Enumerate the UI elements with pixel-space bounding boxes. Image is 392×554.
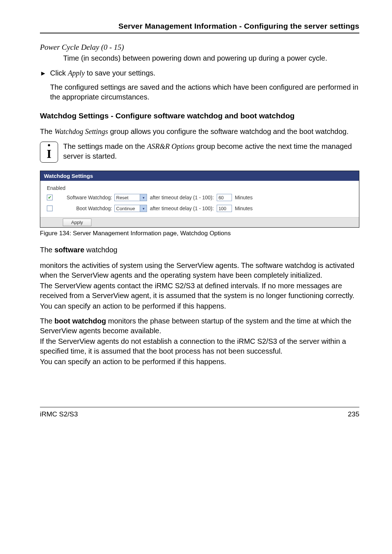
panel-title: Watchdog Settings [40,171,359,181]
wd-intro-post: group allows you configure the software … [108,127,349,135]
page-footer: iRMC S2/S3 235 [40,407,359,418]
sw-para-1: monitors the activities of system using … [40,261,359,280]
apply-pre: Click [50,69,68,77]
footer-rule [40,407,359,407]
boot-timeout-input[interactable]: 100 [217,205,232,212]
apply-bullet-text: Click Apply to save your settings. [50,68,359,78]
sw-para-3: You can specify an action to be performe… [40,301,359,311]
watchdog-row-software: ✔ Software Watchdog: Reset ▾ after timeo… [47,193,352,202]
software-watchdog-action-value: Reset [116,195,128,200]
apply-bar: Apply [40,217,359,227]
header-rule [40,33,359,33]
boot-unit-label: Minutes [232,205,253,211]
boot-para-2: If the ServerView agents do not establis… [40,337,359,356]
watchdog-row-boot: Boot Watchdog: Continue ▾ after timeout … [47,204,352,213]
power-cycle-heading: Power Cycle Delay (0 - 15) [40,43,359,52]
enabled-column-label: Enabled [47,185,352,191]
software-timeout-value: 60 [219,195,224,200]
watchdog-settings-panel: Watchdog Settings Enabled ✔ Software Wat… [40,171,359,228]
panel-body: Enabled ✔ Software Watchdog: Reset ▾ aft… [40,181,359,217]
power-cycle-desc: Time (in seconds) between powering down … [63,53,359,63]
figure-caption: Figure 134: Server Management Informatio… [40,230,359,237]
software-after-label: after timeout delay (1 - 100): [147,195,217,200]
info-note-row: I The settings made on the ASR&R Options… [40,142,359,163]
info-icon-dot [48,144,50,146]
boot-after-label: after timeout delay (1 - 100): [147,205,217,211]
apply-button[interactable]: Apply [63,219,91,226]
info-icon-letter: I [46,147,51,160]
chevron-down-icon: ▾ [140,205,147,212]
apply-bullet-row: ► Click Apply to save your settings. [40,68,359,78]
boot-para-3: You can specify an action to be performe… [40,357,359,367]
info-icon: I [40,142,58,163]
boot1-bold: boot watchdog [54,317,106,325]
boot-para-1: The boot watchdog monitors the phase bet… [40,316,359,336]
boot1-pre: The [40,317,54,325]
sw-post: watchdog [84,246,117,254]
software-watchdog-checkbox[interactable]: ✔ [47,195,53,200]
watchdog-settings-heading: Watchdog Settings - Configure software w… [40,111,359,120]
wd-intro-pre: The [40,127,54,135]
software-watchdog-subheading: The software watchdog [40,246,359,254]
info-mid: ASR&R Options [147,142,195,150]
boot-timeout-value: 100 [219,206,226,211]
boot-watchdog-action-select[interactable]: Continue ▾ [114,205,147,212]
bullet-triangle-icon: ► [40,68,50,78]
boot-watchdog-action-value: Continue [116,206,135,211]
boot-watchdog-label: Boot Watchdog: [58,205,114,211]
software-watchdog-label: Software Watchdog: [58,195,114,200]
boot-watchdog-checkbox[interactable] [47,205,53,211]
saved-note: The configured settings are saved and th… [50,82,359,102]
info-note-text: The settings made on the ASR&R Options g… [63,142,359,161]
sw-pre: The [40,246,54,254]
footer-left: iRMC S2/S3 [40,410,78,418]
watchdog-intro: The Watchdog Settings group allows you c… [40,127,359,137]
wd-intro-mid: Watchdog Settings [54,127,108,135]
software-watchdog-action-select[interactable]: Reset ▾ [114,194,147,201]
software-timeout-input[interactable]: 60 [217,194,232,201]
apply-word: Apply [68,69,85,77]
sw-para-2: The ServerView agents contact the iRMC S… [40,281,359,301]
footer-page-number: 235 [348,410,359,418]
apply-post: to save your settings. [85,69,156,77]
info-pre: The settings made on the [63,142,147,150]
software-unit-label: Minutes [232,195,253,200]
page-header-title: Server Management Information - Configur… [40,22,359,30]
chevron-down-icon: ▾ [140,194,147,201]
sw-bold: software [54,246,84,254]
